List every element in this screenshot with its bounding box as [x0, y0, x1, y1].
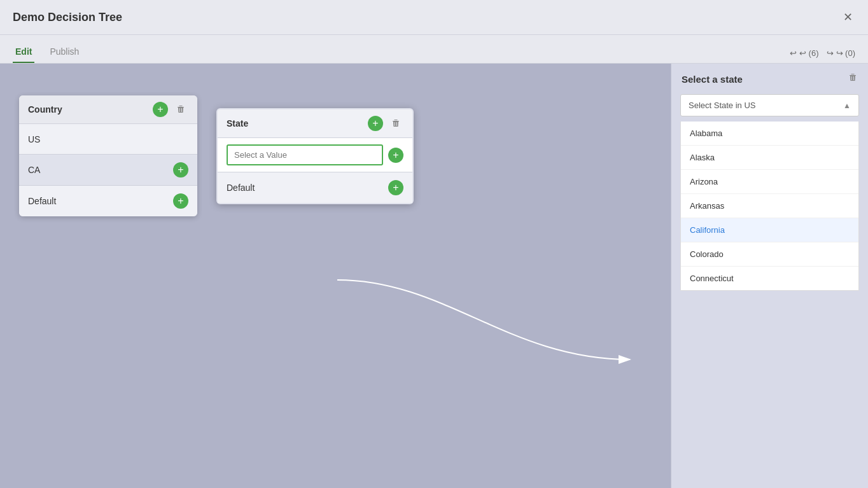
main-area: Country + US CA +	[0, 64, 868, 488]
tabs-container: Edit Publish	[13, 41, 81, 63]
chevron-up-icon: ▲	[843, 101, 851, 110]
state-input-add-button[interactable]: +	[388, 148, 403, 163]
plus-icon-ca: +	[178, 165, 183, 175]
country-row-ca[interactable]: CA +	[19, 155, 197, 186]
redo-count: ↪ (0)	[836, 48, 856, 58]
title-bar: Demo Decision Tree ✕	[0, 0, 868, 35]
panel-trash-icon	[848, 73, 858, 83]
state-value-input[interactable]	[227, 144, 383, 165]
state-default-plus-icon: +	[393, 183, 398, 193]
country-row-default[interactable]: Default +	[19, 186, 197, 216]
country-card: Country + US CA +	[19, 95, 197, 216]
redo-button[interactable]: ↪ ↪ (0)	[827, 48, 856, 58]
option-alaska[interactable]: Alaska	[681, 146, 858, 170]
dropdown-placeholder: Select State in US	[689, 101, 756, 110]
state-default-add-button[interactable]: +	[388, 180, 403, 195]
country-ca-add-button[interactable]: +	[173, 162, 188, 178]
state-dropdown[interactable]: Select State in US ▲	[680, 94, 859, 116]
country-default-label: Default	[28, 196, 56, 206]
right-panel-title: Select a state	[682, 74, 743, 85]
close-button[interactable]: ✕	[840, 10, 855, 25]
canvas: Country + US CA +	[0, 64, 671, 488]
state-trash-icon	[391, 118, 401, 129]
option-colorado[interactable]: Colorado	[681, 242, 858, 267]
tab-bar: Edit Publish ↩ ↩ (6) ↪ ↪ (0)	[0, 35, 868, 64]
undo-count: ↩ (6)	[799, 48, 819, 58]
state-add-button[interactable]: +	[368, 116, 383, 131]
state-card-header: State +	[218, 109, 412, 138]
plus-icon-default: +	[178, 196, 183, 206]
state-input-row: +	[218, 138, 412, 172]
country-us-label: US	[28, 134, 40, 144]
country-default-add-button[interactable]: +	[173, 193, 188, 209]
dropdown-container: Select State in US ▲	[671, 94, 868, 122]
toolbar-right: ↩ ↩ (6) ↪ ↪ (0)	[790, 48, 855, 63]
dropdown-list: Alabama Alaska Arizona Arkansas Californ…	[680, 122, 859, 291]
country-row-us[interactable]: US	[19, 124, 197, 155]
option-california[interactable]: California	[681, 218, 858, 242]
close-icon: ✕	[843, 10, 853, 24]
country-ca-label: CA	[28, 165, 40, 175]
state-input-plus-icon: +	[393, 150, 398, 160]
panel-delete-button[interactable]	[848, 73, 858, 85]
undo-icon: ↩	[790, 48, 797, 58]
tab-publish[interactable]: Publish	[47, 41, 81, 63]
state-delete-button[interactable]	[388, 116, 403, 131]
right-panel-header: Select a state	[671, 64, 868, 94]
country-card-actions: +	[153, 102, 188, 117]
country-card-header: Country +	[19, 95, 197, 124]
trash-icon	[176, 104, 186, 115]
state-plus-icon: +	[372, 118, 378, 129]
option-arkansas[interactable]: Arkansas	[681, 194, 858, 218]
country-card-title: Country	[28, 104, 62, 115]
app-title: Demo Decision Tree	[13, 11, 122, 24]
title-bar-left: Demo Decision Tree	[13, 11, 122, 24]
option-arizona[interactable]: Arizona	[681, 170, 858, 194]
tab-edit[interactable]: Edit	[13, 41, 34, 63]
country-add-button[interactable]: +	[153, 102, 168, 117]
state-card-actions: +	[368, 116, 403, 131]
option-connecticut[interactable]: Connecticut	[681, 267, 858, 290]
plus-icon: +	[157, 104, 163, 115]
option-alabama[interactable]: Alabama	[681, 122, 858, 146]
state-card: State + + De	[216, 108, 414, 204]
country-delete-button[interactable]	[173, 102, 188, 117]
undo-button[interactable]: ↩ ↩ (6)	[790, 48, 819, 58]
state-default-label: Default	[227, 183, 255, 193]
right-panel: Select a state Select State in US ▲ Alab…	[671, 64, 868, 488]
redo-icon: ↪	[827, 48, 834, 58]
state-default-row[interactable]: Default +	[218, 172, 412, 203]
state-card-title: State	[227, 118, 248, 129]
